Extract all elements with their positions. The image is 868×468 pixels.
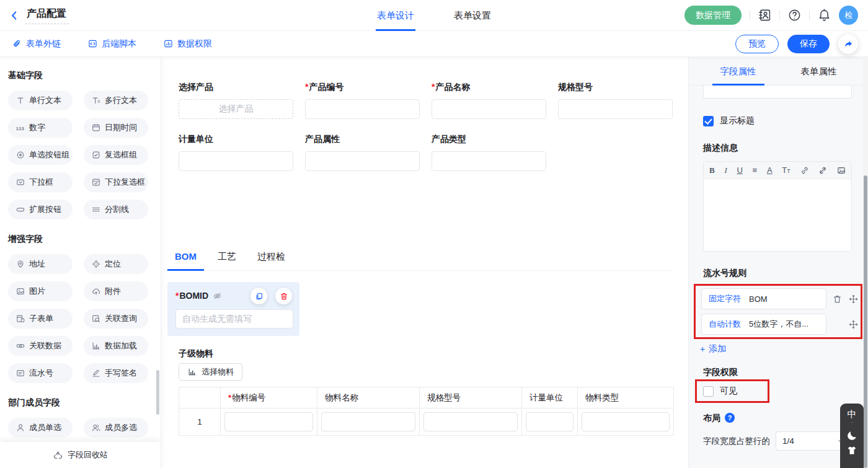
show-title-checkbox-checked[interactable] — [703, 116, 714, 126]
sidebar-item-member-single[interactable]: 成员单选 — [8, 418, 73, 438]
unit-input[interactable] — [179, 151, 293, 171]
add-rule-button[interactable]: + 添加 — [700, 343, 726, 355]
serial-rule-fixed-char[interactable]: 固定字符 BOM — [701, 288, 826, 309]
serial-rule-auto-count[interactable]: 自动计数 5位数字，不自... — [701, 314, 826, 335]
description-rich-text-editor[interactable]: B I U ≡ A TT — [703, 161, 852, 252]
field-recycle-bin[interactable]: 字段回收站 — [0, 442, 161, 468]
description-editor-body[interactable] — [704, 179, 851, 251]
sidebar-item-signature[interactable]: 手写签名 — [84, 363, 148, 383]
tab-bom[interactable]: BOM — [167, 250, 204, 270]
sidebar-item-data-load[interactable]: 数据加载 — [84, 336, 148, 356]
product-name-input[interactable] — [432, 99, 546, 119]
empty-slot — [832, 319, 843, 330]
field-unit[interactable]: 计量单位 — [179, 134, 293, 171]
form-external-link[interactable]: 表单外链 — [12, 38, 61, 50]
delete-rule-icon[interactable] — [832, 294, 843, 304]
sidebar-item-extend-button[interactable]: 扩展按钮 — [8, 200, 73, 219]
field-label: *产品编号 — [305, 82, 420, 92]
backend-script-link[interactable]: 后端脚本 — [88, 38, 136, 50]
layout-help-icon[interactable]: ? — [725, 413, 735, 423]
field-title-input-partially-scrolled[interactable] — [703, 86, 852, 99]
tab-field-properties[interactable]: 字段属性 — [714, 57, 763, 86]
spec-model-input[interactable] — [558, 99, 673, 119]
delete-field-button[interactable] — [275, 288, 292, 304]
sidebar-item-divider-line[interactable]: 分割线 — [84, 200, 148, 219]
share-button[interactable] — [838, 34, 858, 54]
product-code-input[interactable] — [305, 99, 420, 119]
sidebar-item-related-query[interactable]: 关联查询 — [84, 309, 148, 329]
field-product-code[interactable]: *产品编号 — [305, 82, 420, 119]
field-product-name[interactable]: *产品名称 — [432, 82, 546, 119]
select-product-trigger[interactable]: 选择产品 — [179, 99, 293, 119]
duplicate-field-button[interactable] — [250, 288, 267, 304]
sidebar-scrollbar-thumb[interactable] — [156, 370, 159, 415]
sidebar-item-serial-number[interactable]: 流水号 — [8, 363, 73, 383]
sidebar-item-related-data[interactable]: 关联数据 — [8, 336, 73, 356]
tab-form-design[interactable]: 表单设计 — [377, 0, 414, 31]
bold-icon[interactable]: B — [709, 166, 715, 175]
font-color-icon[interactable]: A — [767, 166, 773, 175]
theme-shirt-icon[interactable] — [846, 445, 857, 456]
visible-option-annotation-box: 可见 — [695, 379, 769, 403]
sidebar-item-locate[interactable]: 定位 — [84, 254, 148, 274]
cell-material-name — [317, 408, 420, 436]
sidebar-item-radio-group[interactable]: 单选按钮组 — [8, 145, 73, 165]
field-product-type[interactable]: 产品类型 — [432, 134, 546, 171]
save-button[interactable]: 保存 — [787, 35, 830, 53]
sidebar-item-member-multi[interactable]: 成员多选 — [84, 418, 148, 438]
spec-model-input[interactable] — [423, 412, 518, 431]
unit-input[interactable] — [526, 412, 574, 431]
sidebar-item-image[interactable]: 图片 — [8, 281, 73, 301]
select-material-button[interactable]: 选择物料 — [179, 363, 242, 381]
page-title-wrap[interactable]: 产品配置 — [25, 6, 69, 24]
field-product-attribute[interactable]: 产品属性 — [305, 134, 420, 171]
user-avatar[interactable]: 检 — [839, 6, 858, 25]
sidebar-item-datetime[interactable]: 日期时间 — [84, 118, 148, 138]
notification-bell-icon[interactable] — [818, 9, 831, 22]
tab-process[interactable]: 工艺 — [210, 250, 244, 270]
language-toggle-icon[interactable]: 中 — [848, 409, 857, 418]
material-type-input[interactable] — [582, 412, 670, 431]
sidebar-item-number[interactable]: 123 数字 — [8, 118, 73, 138]
sidebar-item-multi-select[interactable]: 下拉复选框 — [84, 172, 148, 192]
cloud-upload-icon — [91, 286, 101, 296]
help-icon[interactable] — [788, 9, 801, 22]
contacts-book-icon[interactable] — [758, 9, 771, 22]
sidebar-item-single-line-text[interactable]: 单行文本 — [8, 91, 73, 110]
tab-form-settings[interactable]: 表单设置 — [454, 0, 491, 31]
italic-icon[interactable]: I — [724, 166, 727, 175]
sidebar-item-attachment[interactable]: 附件 — [84, 281, 148, 301]
sidebar-item-select[interactable]: 下拉框 — [8, 172, 73, 192]
material-name-input[interactable] — [321, 412, 415, 431]
dark-mode-moon-icon[interactable] — [846, 430, 858, 441]
preview-button[interactable]: 预览 — [735, 35, 779, 53]
product-type-input[interactable] — [432, 151, 546, 171]
bomid-input[interactable]: 自动生成无需填写 — [175, 309, 293, 329]
back-icon[interactable] — [9, 10, 20, 21]
sidebar-item-checkbox-group[interactable]: 复选框组 — [84, 145, 148, 165]
tab-form-properties[interactable]: 表单属性 — [795, 57, 843, 86]
page-scrollbar-track[interactable] — [863, 57, 868, 468]
drag-move-icon[interactable] — [848, 294, 859, 304]
font-size-icon[interactable]: TT — [782, 166, 790, 175]
underline-icon[interactable]: U — [737, 166, 742, 175]
sidebar-item-address[interactable]: 地址 — [8, 254, 73, 274]
product-attribute-input[interactable] — [305, 151, 420, 171]
sidebar-item-subform[interactable]: 子表单 — [8, 309, 73, 329]
visible-checkbox-unchecked[interactable] — [703, 386, 714, 397]
insert-link-icon[interactable] — [800, 166, 809, 175]
insert-image-icon[interactable] — [837, 166, 846, 175]
field-spec-model[interactable]: 规格型号 — [558, 82, 673, 119]
bomid-field-card-selected[interactable]: *BOMID 自动生成无需填写 — [167, 282, 299, 336]
sidebar-item-multi-line-text[interactable]: 多行文本 — [84, 91, 148, 110]
tab-process-check[interactable]: 过程检 — [250, 250, 293, 270]
page-scrollbar-thumb[interactable] — [864, 175, 867, 468]
remove-link-icon[interactable] — [818, 166, 827, 175]
align-icon[interactable]: ≡ — [753, 166, 758, 175]
field-select-product[interactable]: 选择产品 选择产品 — [179, 82, 293, 119]
drag-move-icon[interactable] — [848, 319, 859, 330]
show-title-option[interactable]: 显示标题 — [703, 115, 851, 126]
material-code-input[interactable] — [224, 412, 313, 431]
data-permission-link[interactable]: 数据权限 — [164, 38, 212, 50]
data-manage-button[interactable]: 数据管理 — [684, 6, 742, 25]
